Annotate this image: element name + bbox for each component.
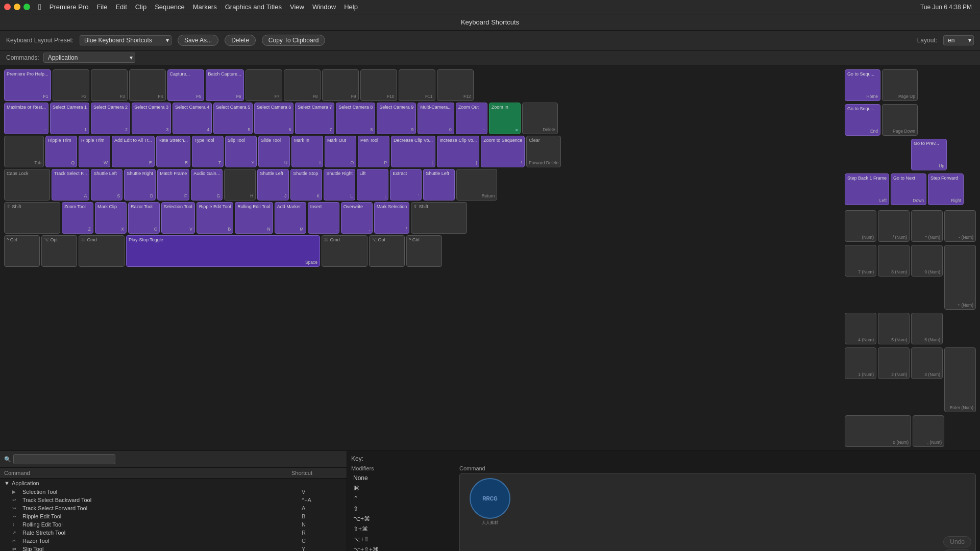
key-num-7[interactable]: 7 (Num) [845,245,876,277]
key-f6[interactable]: Batch Capture... F6 [206,69,244,101]
menu-premiere[interactable]: Premiere Pro [50,3,89,11]
menu-file[interactable]: File [96,3,107,11]
key-slash[interactable]: Mark Selection / [374,202,410,234]
key-num-div[interactable]: / (Num) [878,210,910,242]
list-item[interactable]: ↪ Track Select Forward Tool A [0,504,347,512]
modifier-item-ctrl[interactable]: ⌃ [351,494,453,503]
key-pageup[interactable]: Page Up [882,69,918,101]
list-item[interactable]: ↔ Ripple Edit Tool B [0,512,347,520]
key-minus[interactable]: Zoom Out - [456,103,487,134]
key-ctrl-l[interactable]: ^ Ctrl [4,235,40,267]
modifier-item-opt-cmd[interactable]: ⌥+⌘ [351,514,453,523]
key-m[interactable]: Add Marker M [275,202,306,234]
key-shuttle-left-end[interactable]: Shuttle Left [423,169,455,201]
key-f[interactable]: Match Frame F [157,169,189,201]
key-cmd-l[interactable]: ⌘ Cmd [79,235,125,267]
key-home[interactable]: Go to Sequ... Home [845,69,880,101]
key-8[interactable]: Select Camera 8 8 [336,103,375,134]
key-backtick[interactable]: Maximize or Rest... - [4,103,48,134]
search-input[interactable] [13,454,115,464]
list-item[interactable]: ↩ Track Select Backward Tool ^+A [0,496,347,504]
menu-window[interactable]: Window [312,3,336,11]
modifier-item-shift-cmd[interactable]: ⇧+⌘ [351,524,453,534]
list-item[interactable]: ✂ Razor Tool C [0,537,347,545]
key-space[interactable]: Play-Stop Toggle Space [126,235,320,267]
key-q[interactable]: Ripple Trim Q [45,136,77,167]
key-equals[interactable]: Zoom In = [489,103,521,134]
key-f11[interactable]: F11 [399,69,435,101]
key-d[interactable]: Shuttle Right D [124,169,156,201]
key-k[interactable]: Shuttle Stop K [290,169,322,201]
key-f9[interactable]: F9 [322,69,359,101]
maximize-button[interactable] [23,4,30,10]
key-comma[interactable]: Insert , [308,202,339,234]
key-cmd-r[interactable]: ⌘ Cmd [322,235,368,267]
modifier-item-opt-shift-cmd[interactable]: ⌥+⇧+⌘ [351,545,453,551]
commands-dropdown[interactable]: Application ▾ [43,53,135,63]
list-item[interactable]: ↗ Rate Stretch Tool R [0,529,347,537]
save-as-button[interactable]: Save As... [178,35,218,46]
key-y[interactable]: Slip Tool Y [225,136,257,167]
key-lshift[interactable]: ⇧ Shift [4,202,60,234]
key-clear[interactable]: Clear Forward Delete [526,136,561,167]
key-capslock[interactable]: Caps Lock [4,169,50,201]
key-down[interactable]: Go to Next Down [891,173,926,205]
list-group-application[interactable]: ▼ Application [0,479,347,488]
list-item[interactable]: ⇄ Slip Tool Y [0,545,347,551]
key-e[interactable]: Add Edit to All Tr... E [112,136,155,167]
key-f10[interactable]: F10 [360,69,397,101]
key-6[interactable]: Select Camera 6 6 [254,103,293,134]
copy-to-clipboard-button[interactable]: Copy To Clipboard [262,35,326,46]
key-tab[interactable]: Tab [4,136,44,167]
key-num-dot[interactable]: . (Num) [913,415,944,447]
key-period[interactable]: Overwrite . [341,202,373,234]
key-4[interactable]: Select Camera 4 4 [173,103,212,134]
menu-clip[interactable]: Clip [135,3,146,11]
key-0[interactable]: Multi-Camera... 0 [418,103,454,134]
key-left[interactable]: Step Back 1 Frame Left [845,173,889,205]
menu-edit[interactable]: Edit [115,3,127,11]
minimize-button[interactable] [14,4,20,10]
key-1[interactable]: Select Camera 1 1 [50,103,89,134]
key-num-mul[interactable]: * (Num) [911,210,943,242]
key-7[interactable]: Select Camera 7 7 [295,103,334,134]
key-num-4[interactable]: 4 (Num) [845,313,876,344]
apple-menu[interactable]:  [38,3,41,12]
modifier-item-none[interactable]: None [351,473,453,483]
preset-dropdown[interactable]: Blue Keyboard Shortcuts ▾ [80,35,172,45]
key-2[interactable]: Select Camera 2 2 [91,103,130,134]
key-delete-right[interactable]: Delete [522,103,558,134]
key-num-enter[interactable]: Enter (Num) [944,347,976,412]
menu-help[interactable]: Help [344,3,358,11]
key-num-0[interactable]: 0 (Num) [845,415,911,447]
key-n[interactable]: Rolling Edit Tool N [235,202,273,234]
key-t[interactable]: Type Tool T [192,136,224,167]
key-semicolon[interactable]: Lift ; [357,169,388,201]
key-lbracket[interactable]: Decrease Clip Vo... [ [391,136,435,167]
key-num-plus[interactable]: + (Num) [944,245,976,310]
key-f7[interactable]: F7 [246,69,282,101]
key-rshift[interactable]: ⇧ Shift [411,202,467,234]
close-button[interactable] [4,4,11,10]
key-f5[interactable]: Capture... F5 [167,69,204,101]
key-f1[interactable]: Premiere Pro Help... F1 [4,69,51,101]
key-i[interactable]: Mark In I [291,136,323,167]
key-opt-r[interactable]: ⌥ Opt [369,235,405,267]
list-item[interactable]: ↕ Rolling Edit Tool N [0,520,347,529]
modifier-item-shift[interactable]: ⇧ [351,504,453,513]
key-5[interactable]: Select Camera 5 5 [213,103,253,134]
modifier-item-opt-shift[interactable]: ⌥+⇧ [351,535,453,544]
key-h[interactable]: H [224,169,256,201]
key-l[interactable]: Shuttle Right L [324,169,355,201]
key-f3[interactable]: F3 [91,69,128,101]
menu-markers[interactable]: Markers [193,3,217,11]
key-3[interactable]: Select Camera 3 3 [132,103,171,134]
key-up[interactable]: Go to Prev... Up [911,139,947,170]
key-num-5[interactable]: 5 (Num) [878,313,910,344]
key-quote[interactable]: Extract ' [390,169,422,201]
key-num-6[interactable]: 6 (Num) [911,313,943,344]
list-item[interactable]: ▶ Selection Tool V [0,488,347,496]
key-num-equals[interactable]: = (Num) [845,210,876,242]
key-rbracket[interactable]: Increase Clip Vo... ] [437,136,479,167]
key-num-8[interactable]: 8 (Num) [878,245,910,277]
